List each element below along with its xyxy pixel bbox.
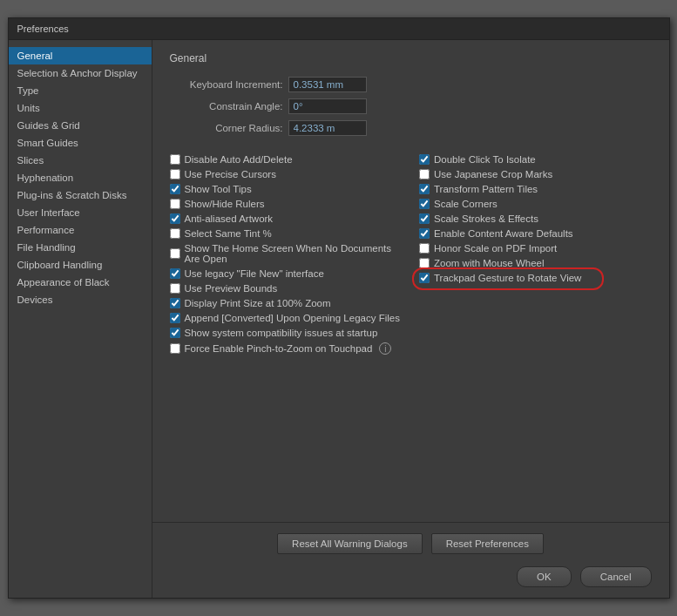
field-label: Corner Radius:: [170, 123, 283, 133]
field-row: Corner Radius:: [170, 120, 652, 136]
reset-warnings-button[interactable]: Reset All Warning Dialogs: [277, 533, 423, 554]
checkbox-row: Show system compatibility issues at star…: [170, 328, 403, 338]
checkbox-input[interactable]: [170, 298, 180, 308]
checkbox-label: Display Print Size at 100% Zoom: [185, 298, 331, 308]
cancel-button[interactable]: Cancel: [580, 566, 652, 587]
sidebar-item-general[interactable]: General: [9, 47, 152, 64]
sidebar-item-type[interactable]: Type: [9, 82, 152, 99]
checkbox-input[interactable]: [170, 228, 180, 239]
sidebar-item-appearance-of-black[interactable]: Appearance of Black: [9, 274, 152, 291]
checkbox-input[interactable]: [419, 243, 430, 254]
sidebar-item-plug-ins---scratch-disks[interactable]: Plug-ins & Scratch Disks: [9, 186, 152, 204]
checkbox-row: Honor Scale on PDF Import: [419, 243, 652, 254]
checkbox-row: Zoom with Mouse Wheel: [419, 258, 652, 268]
checkbox-label: Show/Hide Rulers: [185, 199, 265, 209]
checkbox-label: Use legacy "File New" interface: [185, 268, 324, 279]
field-input[interactable]: [288, 98, 367, 114]
main-content: General Keyboard Increment:Constrain Ang…: [152, 40, 669, 522]
checkbox-input[interactable]: [170, 283, 180, 294]
checkboxes-section: Disable Auto Add/DeleteUse Precise Curso…: [170, 154, 652, 510]
checkbox-label: Anti-aliased Artwork: [185, 213, 274, 224]
checkbox-label: Show system compatibility issues at star…: [185, 328, 378, 338]
checkbox-input[interactable]: [170, 328, 180, 338]
checkbox-label: Append [Converted] Upon Opening Legacy F…: [185, 313, 400, 323]
field-row: Constrain Angle:: [170, 98, 652, 114]
checkbox-label: Use Japanese Crop Marks: [434, 169, 552, 179]
section-title: General: [170, 52, 652, 64]
sidebar-item-smart-guides[interactable]: Smart Guides: [9, 134, 152, 152]
checkbox-label: Show Tool Tips: [185, 184, 252, 194]
ok-button[interactable]: OK: [517, 566, 572, 587]
checkbox-input[interactable]: [419, 169, 430, 179]
dialog-title: Preferences: [17, 24, 69, 34]
checkbox-input[interactable]: [170, 154, 180, 165]
sidebar-item-hyphenation[interactable]: Hyphenation: [9, 169, 152, 186]
checkbox-input[interactable]: [170, 313, 180, 323]
checkbox-row: Show The Home Screen When No Documents A…: [170, 243, 403, 264]
checkbox-label: Scale Strokes & Effects: [434, 213, 538, 224]
checkbox-input[interactable]: [170, 268, 180, 279]
checkbox-label: Transform Pattern Tiles: [434, 184, 538, 194]
checkbox-input[interactable]: [170, 199, 180, 209]
checkbox-col-left: Disable Auto Add/DeleteUse Precise Curso…: [170, 154, 403, 510]
checkbox-label: Scale Corners: [434, 199, 498, 209]
title-bar: Preferences: [9, 18, 669, 40]
checkbox-label: Trackpad Gesture to Rotate View: [434, 273, 581, 283]
checkbox-label: Use Preview Bounds: [185, 283, 278, 294]
checkbox-row: Trackpad Gesture to Rotate View: [419, 273, 652, 283]
checkbox-row: Display Print Size at 100% Zoom: [170, 298, 403, 308]
checkbox-row: Show/Hide Rulers: [170, 199, 403, 209]
sidebar-item-devices[interactable]: Devices: [9, 291, 152, 308]
checkbox-row: Show Tool Tips: [170, 184, 403, 194]
checkbox-label: Honor Scale on PDF Import: [434, 243, 557, 254]
field-label: Constrain Angle:: [170, 101, 283, 112]
checkbox-input[interactable]: [170, 213, 180, 224]
checkbox-row: Double Click To Isolate: [419, 154, 652, 165]
sidebar-item-performance[interactable]: Performance: [9, 221, 152, 239]
checkbox-col-right: Double Click To IsolateUse Japanese Crop…: [419, 154, 652, 510]
checkbox-row: Transform Pattern Tiles: [419, 184, 652, 194]
sidebar-item-file-handling[interactable]: File Handling: [9, 239, 152, 256]
checkbox-input[interactable]: [170, 184, 180, 194]
checkbox-input[interactable]: [419, 273, 430, 283]
checkbox-label: Show The Home Screen When No Documents A…: [185, 243, 403, 264]
checkbox-row: Force Enable Pinch-to-Zoom on Touchpadi: [170, 342, 403, 355]
checkbox-label: Use Precise Cursors: [185, 169, 276, 179]
sidebar: GeneralSelection & Anchor DisplayTypeUni…: [9, 40, 152, 598]
sidebar-item-slices[interactable]: Slices: [9, 152, 152, 169]
checkbox-row: Anti-aliased Artwork: [170, 213, 403, 224]
checkbox-label: Zoom with Mouse Wheel: [434, 258, 545, 268]
checkbox-input[interactable]: [170, 169, 180, 179]
field-label: Keyboard Increment:: [170, 79, 283, 90]
checkbox-input[interactable]: [419, 258, 430, 268]
checkbox-input[interactable]: [419, 228, 430, 239]
buttons-row: Reset All Warning Dialogs Reset Preferen…: [170, 533, 652, 554]
checkbox-input[interactable]: [170, 343, 180, 354]
fields-section: Keyboard Increment:Constrain Angle:Corne…: [170, 77, 652, 142]
field-input[interactable]: [288, 77, 367, 92]
field-input[interactable]: [288, 120, 367, 136]
sidebar-item-clipboard-handling[interactable]: Clipboard Handling: [9, 256, 152, 274]
field-row: Keyboard Increment:: [170, 77, 652, 92]
checkbox-input[interactable]: [419, 154, 430, 165]
checkbox-label: Double Click To Isolate: [434, 154, 536, 165]
checkbox-row: Scale Corners: [419, 199, 652, 209]
sidebar-item-guides---grid[interactable]: Guides & Grid: [9, 117, 152, 134]
preferences-dialog: Preferences GeneralSelection & Anchor Di…: [8, 17, 670, 599]
bottom-section: Reset All Warning Dialogs Reset Preferen…: [152, 522, 669, 598]
reset-prefs-button[interactable]: Reset Preferences: [431, 533, 544, 554]
sidebar-item-user-interface[interactable]: User Interface: [9, 204, 152, 221]
checkbox-label: Enable Content Aware Defaults: [434, 228, 573, 239]
info-icon[interactable]: i: [379, 342, 391, 355]
checkbox-input[interactable]: [419, 213, 430, 224]
checkbox-input[interactable]: [170, 248, 180, 259]
checkbox-label: Select Same Tint %: [185, 228, 272, 239]
checkbox-row: Append [Converted] Upon Opening Legacy F…: [170, 313, 403, 323]
checkbox-row: Scale Strokes & Effects: [419, 213, 652, 224]
checkbox-row: Disable Auto Add/Delete: [170, 154, 403, 165]
checkbox-input[interactable]: [419, 184, 430, 194]
sidebar-item-selection---anchor-display[interactable]: Selection & Anchor Display: [9, 64, 152, 82]
checkbox-input[interactable]: [419, 199, 430, 209]
sidebar-item-units[interactable]: Units: [9, 99, 152, 117]
checkbox-row: Use Preview Bounds: [170, 283, 403, 294]
